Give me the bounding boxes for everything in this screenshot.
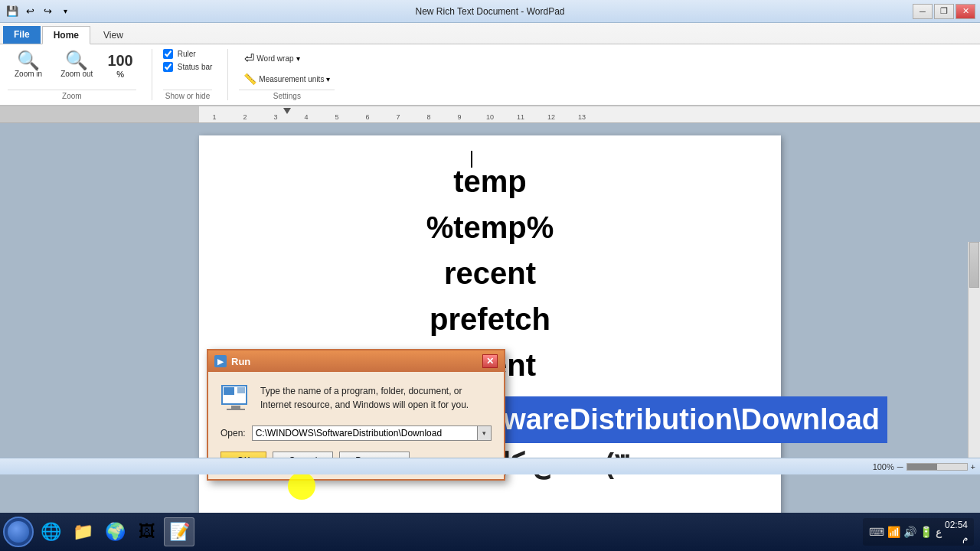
ie-icon: 🌐: [41, 522, 61, 542]
zoom-slider[interactable]: [906, 463, 968, 471]
chrome-icon: 🌍: [105, 522, 126, 542]
text-cursor: [471, 151, 472, 168]
run-dialog-icon: ▶: [214, 355, 227, 367]
taskbar-imageviewer[interactable]: 🖼: [132, 517, 162, 546]
doc-line-recent-1: recent: [245, 250, 735, 296]
zoom-out-label: Zoom out: [60, 70, 93, 78]
zoom-group: 🔍 Zoom in 🔍 Zoom out 100 % Zoom: [8, 49, 136, 100]
svg-rect-2: [237, 387, 245, 393]
system-clock: 02:54 م: [945, 519, 968, 545]
zoom-out-icon: 🔍: [65, 51, 88, 70]
run-close-button[interactable]: ✕: [482, 354, 498, 368]
ruler-tick-1: 1: [212, 113, 216, 121]
run-combo-dropdown[interactable]: ▾: [477, 426, 491, 440]
imageviewer-icon: 🖼: [139, 522, 155, 542]
zoom-plus-button[interactable]: +: [971, 462, 975, 471]
ruler-content: 1 2 3 4 5 6 7 8 9 10 11 12 13: [199, 106, 980, 122]
status-bar: 100% ─ +: [0, 458, 980, 474]
taskbar-wordpad[interactable]: 📝: [164, 517, 194, 546]
statusbar-checkbox[interactable]: [163, 62, 173, 72]
word-wrap-icon: ⏎: [244, 51, 254, 66]
volume-icon: 🔊: [903, 526, 916, 538]
taskbar-chrome[interactable]: 🌍: [100, 517, 130, 546]
ruler-tick-7: 7: [396, 113, 400, 121]
ruler-indent-marker[interactable]: [283, 108, 291, 114]
ruler: 1 2 3 4 5 6 7 8 9 10 11 12 13: [0, 106, 980, 123]
run-dialog-titlebar[interactable]: ▶ Run ✕: [208, 350, 504, 372]
quick-access-dropdown[interactable]: ▾: [57, 4, 73, 19]
statusbar-checkbox-row: Status bar: [163, 62, 213, 72]
minimize-button[interactable]: ─: [913, 4, 933, 19]
settings-group: ⏎ Word wrap ▾ 📏 Measurement units ▾ Sett…: [227, 49, 335, 100]
ruler-tick-2: 2: [243, 113, 247, 121]
ruler-tick-12: 12: [547, 113, 555, 121]
taskbar-ie[interactable]: 🌐: [35, 517, 66, 546]
tab-view[interactable]: View: [92, 26, 135, 44]
run-info-row: Type the name of a program, folder, docu…: [220, 384, 492, 415]
vertical-scrollbar[interactable]: [968, 242, 980, 474]
measurement-units-button[interactable]: 📏 Measurement units ▾: [239, 71, 335, 86]
ruler-checkbox[interactable]: [163, 49, 173, 59]
ruler-tick-6: 6: [365, 113, 369, 121]
svg-rect-1: [224, 387, 234, 395]
clock-ampm: م: [945, 532, 968, 545]
zoom-out-button[interactable]: 🔍 Zoom out: [54, 49, 100, 80]
taskbar-right: ⌨ 📶 🔊 🔋 ع 02:54 م: [863, 518, 977, 546]
measurement-icon: 📏: [243, 73, 256, 85]
battery-icon: 🔋: [920, 526, 933, 538]
doc-line-prefetch: prefetch: [245, 296, 735, 342]
run-input-row: Open: ▾: [220, 425, 492, 441]
tab-home[interactable]: Home: [42, 26, 90, 44]
zoom-percent-value: 100: [107, 51, 132, 70]
title-bar: 💾 ↩ ↪ ▾ New Rich Text Document - WordPad…: [0, 0, 980, 23]
ruler-tick-3: 3: [273, 113, 277, 121]
ruler-tick-4: 4: [304, 113, 308, 121]
wordpad-icon: 📝: [169, 522, 190, 542]
scrollbar-thumb[interactable]: [969, 242, 979, 288]
taskbar: 🌐 📁 🌍 🖼 📝 ⌨ 📶 🔊 🔋 ع 02:54 م: [0, 513, 980, 551]
ruler-tick-11: 11: [517, 113, 524, 121]
zoom-in-icon: 🔍: [17, 51, 40, 70]
ruler-label: Ruler: [178, 50, 196, 58]
tab-file[interactable]: File: [3, 26, 41, 44]
quick-access-toolbar: 💾 ↩ ↪ ▾: [5, 4, 73, 19]
start-button[interactable]: [3, 517, 34, 547]
ruler-tick-9: 9: [457, 113, 461, 121]
ruler-checkbox-row: Ruler: [163, 49, 213, 59]
run-open-label: Open:: [220, 428, 246, 439]
zoom-percent-button[interactable]: 100 %: [104, 51, 136, 79]
zoom-percent-sign: %: [104, 70, 136, 79]
run-computer-icon: [220, 384, 251, 412]
ruler-tick-5: 5: [335, 113, 338, 121]
undo-button[interactable]: ↩: [22, 4, 38, 19]
run-dialog-title-left: ▶ Run: [214, 355, 250, 367]
run-big-icon: [220, 384, 251, 415]
run-description: Type the name of a program, folder, docu…: [260, 384, 492, 412]
save-button[interactable]: 💾: [5, 4, 20, 19]
settings-group-label: Settings: [239, 90, 335, 100]
zoom-controls-row: 🔍 Zoom in 🔍 Zoom out 100 %: [8, 49, 136, 80]
measurement-label: Measurement units: [259, 75, 324, 83]
restore-button[interactable]: ❐: [934, 4, 954, 19]
ribbon-content: 🔍 Zoom in 🔍 Zoom out 100 % Zoom: [0, 44, 980, 105]
ruler-left-margin: [0, 106, 199, 122]
zoom-status: 100% ─ +: [873, 462, 975, 471]
word-wrap-button[interactable]: ⏎ Word wrap ▾: [239, 49, 335, 68]
show-hide-group: Ruler Status bar Show or hide: [152, 49, 213, 100]
ruler-tick-13: 13: [578, 113, 586, 121]
run-open-input[interactable]: [253, 426, 477, 440]
window-controls: ─ ❐ ✕: [913, 4, 975, 19]
statusbar-label: Status bar: [178, 63, 213, 71]
system-tray: ⌨ 📶 🔊 🔋 ع 02:54 م: [863, 518, 974, 546]
zoom-group-label: Zoom: [8, 90, 136, 100]
doc-line-temp-pct: %temp%: [245, 204, 735, 250]
taskbar-explorer[interactable]: 📁: [67, 517, 98, 546]
explorer-icon: 📁: [73, 522, 93, 542]
network-icon: 📶: [887, 526, 900, 538]
redo-button[interactable]: ↪: [40, 4, 55, 19]
start-orb: [8, 521, 29, 543]
ruler-tick-10: 10: [486, 113, 494, 121]
zoom-minus-button[interactable]: ─: [897, 462, 903, 471]
close-button[interactable]: ✕: [956, 4, 975, 19]
zoom-in-button[interactable]: 🔍 Zoom in: [8, 49, 49, 80]
